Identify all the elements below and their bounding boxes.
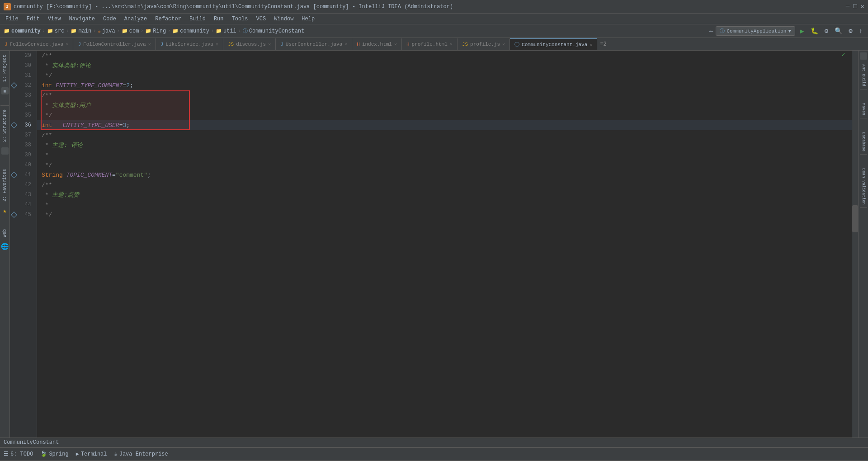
menu-view[interactable]: View [44,15,65,23]
menu-bar: File Edit View Navigate Code Analyze Ref… [0,14,868,24]
tab-indexhtml[interactable]: H index.html ✕ [352,38,402,50]
line-num-34: 34 [18,100,33,110]
fold-icon-40[interactable] [10,160,18,170]
fold-icon-38[interactable] [10,140,18,150]
breakpoint-diamond-36 [11,122,17,128]
fold-icon-41[interactable] [10,170,18,180]
right-panel-icon-1[interactable] [860,52,867,60]
nav-com[interactable]: 📁 com [122,28,139,34]
tab-profilehtml[interactable]: H profile.html ✕ [402,38,458,50]
run-button[interactable]: ▶ [798,26,806,37]
nav-src[interactable]: 📁 src [47,28,65,34]
close-button[interactable]: ✕ [861,3,864,10]
nav-util[interactable]: 📁 util [216,28,236,34]
menu-edit[interactable]: Edit [23,15,43,23]
right-panel-maven[interactable]: Maven [860,100,867,118]
menu-window[interactable]: Window [270,15,297,23]
menu-vcs[interactable]: VCS [253,15,270,23]
tab-profilejs[interactable]: JS profile.js ✕ [458,38,510,50]
fold-icon-39[interactable] [10,150,18,160]
gutter-icons [10,51,18,437]
editor-footer: CommunityConstant [0,437,868,447]
line-num-38: 38 [18,140,33,150]
menu-build[interactable]: Build [186,15,209,23]
fold-icon-44[interactable] [10,200,18,210]
right-panel-ant[interactable]: Ant Build [860,61,867,89]
back-button[interactable]: ← [709,28,713,35]
tab-discussjs[interactable]: JS discuss.js ✕ [223,38,276,50]
nav-main[interactable]: 📁 main [71,28,91,34]
menu-tools[interactable]: Tools [228,15,252,23]
menu-help[interactable]: Help [298,15,318,23]
breakpoint-diamond-32 [11,82,17,89]
line-num-37: 37 [18,130,33,140]
coverage-button[interactable]: ⚙ [823,26,830,36]
line-num-40: 40 [18,160,33,170]
search-button[interactable]: 🔍 [833,26,844,36]
nav-constant[interactable]: ⓘ CommunityConstant [243,28,304,34]
fold-icon-35[interactable] [10,110,18,120]
menu-code[interactable]: Code [99,15,120,23]
panel-tab-project[interactable]: 1: Project [0,51,9,85]
vcs-button[interactable]: ↑ [857,27,864,36]
fold-icon-32[interactable] [10,80,18,90]
bottom-panel: ☰ 6: TODO 🍃 Spring ▶ Terminal ☕ Java Ent… [0,447,868,460]
fold-icon-43[interactable] [10,190,18,200]
line-num-30: 30 [18,61,33,71]
nav-java[interactable]: ☕ java [98,28,115,34]
scroll-thumb[interactable] [852,205,858,232]
tab-followservice[interactable]: J FollowService.java ✕ [0,38,73,50]
code-line-33: /** [37,90,852,100]
right-panel-icon-db[interactable] [860,120,867,127]
tab-bar: J FollowService.java ✕ J FollowControlle… [0,38,868,51]
panel-tab-web[interactable]: Web [0,226,9,241]
maximize-button[interactable]: □ [853,3,857,10]
fold-icon-31[interactable] [10,71,18,80]
menu-file[interactable]: File [2,15,22,23]
right-panel-beanvalidation[interactable]: Bean Validation [860,165,867,208]
panel-tab-structure[interactable]: 2: Structure [0,105,9,146]
right-panel-database[interactable]: Database [860,129,867,155]
run-config-selector[interactable]: ⓘ CommunityApplication ▼ [716,26,795,36]
fold-icon-42[interactable] [10,180,18,190]
favorites-star-icon[interactable]: ★ [3,207,6,215]
tab-likeservice[interactable]: J LikeService.java ✕ [156,38,223,50]
line-num-42: 42 [18,180,33,190]
bottom-tab-todo[interactable]: ☰ 6: TODO [4,451,33,457]
fold-icon-37[interactable] [10,130,18,140]
right-panel-icon-m[interactable] [860,91,867,99]
panel-icon-2[interactable] [1,147,9,155]
nav-community2[interactable]: 📁 community [172,28,209,34]
line-num-31: 31 [18,71,33,80]
editor-scrollbar[interactable] [852,51,858,437]
menu-refactor[interactable]: Refactor [151,15,185,23]
java-enterprise-icon: ☕ [114,451,117,457]
bottom-tab-javaenterprise[interactable]: ☕ Java Enterprise [114,451,168,457]
footer-filename: CommunityConstant [4,439,59,446]
bottom-tab-spring[interactable]: 🍃 Spring [40,451,68,457]
settings-button[interactable]: ⚙ [847,26,854,36]
code-editor[interactable]: /** * 实体类型:评论 */ int ENTITY_TYPE_COMMENT… [37,51,852,437]
menu-analyze[interactable]: Analyze [121,15,151,23]
nav-ring[interactable]: 📁 Ring [145,28,166,34]
line-num-43: 43 [18,190,33,200]
fold-icon-33[interactable] [10,90,18,100]
tab-communityconstant[interactable]: ⓘ CommunityConstant.java ✕ [510,38,597,50]
bottom-tab-terminal[interactable]: ▶ Terminal [76,451,107,457]
debug-button[interactable]: 🐛 [809,26,820,36]
right-panel-icon-bv[interactable] [860,156,867,164]
fold-icon-45[interactable] [10,210,18,220]
minimize-button[interactable]: ─ [846,3,849,10]
panel-icon-1[interactable]: ▦ [1,87,9,94]
fold-icon-30[interactable] [10,61,18,71]
fold-icon-29[interactable] [10,51,18,61]
fold-icon-34[interactable] [10,100,18,110]
panel-tab-favorites[interactable]: 2: Favorites [0,165,9,205]
menu-navigate[interactable]: Navigate [65,15,99,23]
fold-icon-36[interactable] [10,120,18,130]
tab-followcontroller[interactable]: J FollowController.java ✕ [73,38,156,50]
nav-community[interactable]: 📁 community [4,28,41,34]
inspection-ok-icon: ✓ [842,51,845,58]
tab-usercontroller[interactable]: J UserController.java ✕ [276,38,352,50]
menu-run[interactable]: Run [210,15,227,23]
